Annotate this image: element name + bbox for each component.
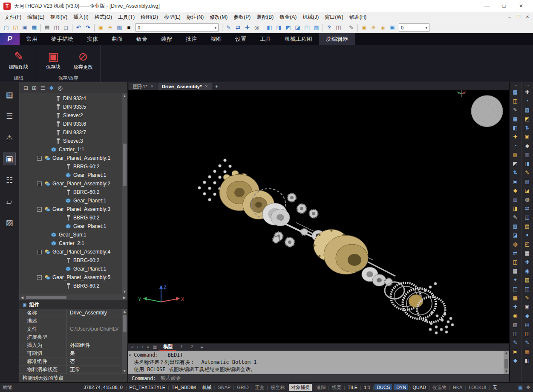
right-toolbar-icon[interactable]: ✚ [522, 87, 532, 96]
status-toggle[interactable]: DUCS [375, 384, 392, 390]
right-toolbar-icon[interactable]: ▣ [522, 132, 532, 141]
right-toolbar-icon[interactable]: ▧ [522, 177, 532, 186]
property-row[interactable]: 名称Drive_Assembly [19, 309, 127, 317]
right-toolbar-icon[interactable]: ▦ [522, 248, 532, 257]
property-row[interactable]: 标准组件否 [19, 357, 127, 366]
right-toolbar-icon[interactable]: ⇅ [522, 123, 532, 132]
tree-item[interactable]: −Gear_Planet_Assembly:3 [19, 205, 122, 213]
menu-item[interactable]: 标注(N) [184, 12, 207, 22]
structure-icon[interactable]: ☷ [3, 174, 15, 186]
viewport[interactable]: Z X Y [128, 90, 509, 343]
status-toggle[interactable]: QUAD [410, 384, 428, 390]
status-toggle[interactable]: GRID [235, 384, 251, 390]
right-toolbar-icon[interactable]: ◉ [522, 266, 532, 275]
right-toolbar-icon[interactable]: ▦ [510, 293, 520, 302]
component-box-icon[interactable]: ▣ [3, 153, 15, 165]
right-toolbar-icon[interactable]: ◩ [510, 159, 520, 168]
tree-vertical-scrollbar[interactable]: ▲ ▼ [122, 93, 127, 294]
status-toggle[interactable]: 线宽 [330, 384, 343, 391]
layout-list-icon[interactable]: ▦ [151, 345, 158, 349]
search-icon[interactable]: ◎ [58, 85, 62, 91]
color-swatch-icon[interactable]: ■ [124, 23, 133, 32]
right-toolbar-icon[interactable]: ✎ [522, 168, 532, 177]
tree-item[interactable]: DIN 933:4 [19, 94, 122, 103]
properties-scrollbar[interactable]: ▲ ▼ [122, 309, 127, 374]
right-toolbar-icon[interactable]: ✎ [510, 105, 520, 114]
layer-freeze-icon[interactable]: ☀ [106, 23, 115, 32]
layout-tab[interactable]: 2 [187, 343, 197, 351]
close-icon[interactable]: ✕ [150, 84, 154, 89]
right-toolbar-icon[interactable]: ⇄ [510, 248, 520, 257]
status-toggle[interactable]: 追踪 [314, 384, 328, 391]
right-toolbar-icon[interactable]: ◫ [522, 284, 532, 293]
tree-item[interactable]: Gear_Planet:1 [19, 265, 122, 273]
tree-item[interactable]: Gear_Planet:1 [19, 171, 122, 179]
new-file-icon[interactable]: ▢ [2, 23, 11, 32]
right-toolbar-icon[interactable]: ▨ [510, 150, 520, 159]
scroll-down-icon[interactable]: ▼ [122, 289, 127, 294]
property-row[interactable]: 可剖切是 [19, 349, 127, 357]
right-toolbar-icon[interactable]: ✦ [510, 275, 520, 284]
prev-layout-button[interactable]: ‹ [136, 345, 140, 349]
document-tab[interactable]: Drive_Assembly*✕ [158, 83, 212, 90]
status-toggle[interactable]: PC_TEXTSTYLE [127, 384, 167, 390]
ribbon-tab[interactable]: 块编辑器 [319, 33, 355, 45]
next-layout-button[interactable]: › [141, 345, 144, 349]
collapse-toggle[interactable]: − [37, 182, 42, 186]
tree-item[interactable]: BBRG-60:2 [19, 256, 122, 265]
right-toolbar-icon[interactable]: ◩ [522, 114, 532, 123]
ribbon-button[interactable]: ✎编辑图块 [6, 50, 32, 70]
view-iso-icon[interactable]: ◫ [303, 23, 311, 32]
tree-item[interactable]: Carrier_1:1 [19, 145, 122, 154]
right-toolbar-icon[interactable]: ✚ [522, 257, 532, 266]
status-toggle[interactable]: 正交 [253, 384, 267, 391]
layer-on-icon[interactable]: ◉ [96, 23, 105, 32]
mdi-minimize-button[interactable]: – [506, 14, 513, 19]
close-button[interactable]: ✕ [513, 0, 530, 12]
right-toolbar-icon[interactable]: ◫ [522, 329, 532, 338]
scrollbar-thumb[interactable] [123, 315, 127, 332]
settings-gear-icon[interactable]: ✱ [49, 85, 54, 91]
tree-item[interactable]: BBRG-60:2 [19, 162, 122, 171]
redo-icon[interactable]: ↷ [84, 23, 92, 32]
right-toolbar-icon[interactable]: ◰ [510, 284, 520, 293]
status-toggle[interactable]: 机械 [200, 384, 214, 391]
menu-item[interactable]: 编辑(E) [24, 12, 47, 22]
view-realistic-icon[interactable]: ◪ [293, 23, 302, 32]
expand-all-icon[interactable]: ⊞ [32, 85, 37, 91]
warning-icon[interactable]: ⚠ [3, 132, 15, 144]
maximize-button[interactable]: □ [496, 0, 513, 12]
property-row[interactable]: 文件C:\Users\puriChuHLV [19, 325, 127, 333]
scrollbar-thumb[interactable] [123, 144, 127, 186]
status-toggle[interactable]: 1:1 [362, 384, 372, 390]
right-toolbar-icon[interactable]: ◰ [522, 239, 532, 248]
right-toolbar-icon[interactable]: ▧ [510, 222, 520, 231]
ribbon-tab[interactable]: 机械工程图 [278, 33, 319, 45]
minimize-button[interactable]: — [478, 0, 496, 12]
right-toolbar-icon[interactable]: ◆ [510, 356, 520, 365]
tag-icon[interactable]: ▱ [3, 196, 15, 208]
layer-properties-icon[interactable]: ▧ [115, 23, 124, 32]
print-icon[interactable]: ◫ [52, 23, 61, 32]
status-toggle[interactable]: 极坐标 [268, 384, 287, 391]
tree-item[interactable]: Gear_Sun:1 [19, 231, 122, 239]
right-toolbar-icon[interactable]: ▧ [510, 320, 520, 329]
right-toolbar-icon[interactable]: ⇄ [522, 204, 532, 213]
right-toolbar-icon[interactable]: ▣ [510, 177, 520, 186]
property-row[interactable]: 插入为外部组件 [19, 341, 127, 349]
layout-tab[interactable]: 模型 [159, 343, 176, 351]
view-manager-icon[interactable]: ▧ [312, 23, 321, 32]
right-toolbar-icon[interactable]: ◫ [510, 257, 520, 266]
layer-combo[interactable]: 0▾ [135, 23, 219, 32]
save-all-icon[interactable]: ▦ [30, 23, 39, 32]
tree-item[interactable]: −Gear_Planet_Assembly:4 [19, 248, 122, 256]
match-properties-icon[interactable]: ✎ [224, 23, 233, 32]
right-toolbar-icon[interactable]: ▤ [522, 320, 532, 329]
scroll-down-icon[interactable]: ▼ [122, 368, 127, 374]
scroll-right-icon[interactable]: ▶ [121, 296, 127, 300]
status-toggle[interactable]: DYN [394, 384, 408, 390]
collapse-toggle[interactable]: − [37, 250, 42, 254]
command-input[interactable]: Command: 输入命令 [128, 374, 509, 382]
brightness-icon[interactable]: ☀ [369, 23, 378, 32]
tree-item[interactable]: Sleeve:3 [19, 137, 122, 145]
